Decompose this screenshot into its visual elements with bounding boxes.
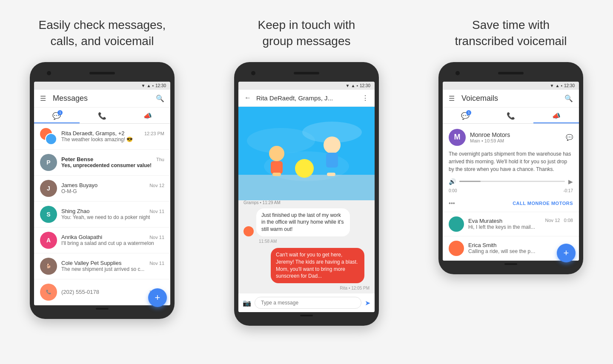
message-top-3: Shing Zhao Nov 11 [61,208,164,214]
svg-rect-4 [238,175,375,200]
voicemail-sender-info: Monroe Motors Main • 10:59 AM [470,131,561,143]
message-name-6: (202) 555-0178 [61,289,99,295]
tab-voicemail-msgs[interactable]: 📣 [125,108,170,123]
message-preview-4: I'll bring a salad and cut up a watermel… [61,240,164,246]
chat-image-caption: Gramps • 11:29 AM [238,200,375,207]
message-item-3[interactable]: S Shing Zhao Nov 11 You: Yeah, we need t… [34,202,170,228]
tabs-messages: 💬 1 📞 📣 [34,108,170,124]
send-icon[interactable]: ➤ [365,299,370,307]
pool-svg [238,107,375,200]
status-icons-v: ▼ ▲ ▪ [550,83,562,88]
incoming-bubble: Just finished up the last of my work in … [256,208,350,236]
phone-screen-voicemail: ▼ ▲ ▪ 12:30 ☰ Voicemails 🔍 💬 1 [443,82,579,261]
audio-times: 0:00 -0:17 [449,188,573,193]
speaker-icon[interactable]: 🔊 [449,178,456,185]
message-item-1[interactable]: P Peter Bense Thu Yes, unprecedented con… [34,150,170,176]
search-icon-messages[interactable]: 🔍 [156,94,164,102]
message-top-5: Cole Valley Pet Supplies Nov 11 [61,260,164,266]
chat-header: ← Rita DeRaedt, Gramps, J... ⋮ [238,90,375,107]
phone-camera-group [251,71,255,75]
audio-track-fill [459,181,481,182]
fab-messages[interactable]: + [148,288,167,307]
phone-group: ▼ ▲ ▪ 12:30 ← Rita DeRaedt, Gramps, J...… [234,62,379,326]
message-name-4: Anrika Golapathi [61,234,102,240]
more-icon[interactable]: ⋮ [362,94,369,102]
message-item-0[interactable]: Rita Deraedt, Gramps, +2 12:23 PM The we… [34,124,170,150]
voicemail-main-item: M Monroe Motors Main • 10:59 AM 💬 The ov… [443,124,579,212]
menu-icon-v[interactable]: ☰ [449,94,455,102]
calls-tab-icon-v: 📞 [507,112,515,120]
tab-calls[interactable]: 📞 [80,108,125,123]
message-item-5[interactable]: 🐕 Cole Valley Pet Supplies Nov 11 The ne… [34,253,170,279]
avatar-5: 🐕 [40,258,57,275]
message-item-4[interactable]: A Anrika Golapathi Nov 11 I'll bring a s… [34,228,170,253]
panel-group-messages: Keep in touch with group messages ▼ ▲ ▪ … [204,0,409,326]
voicemail-header: M Monroe Motors Main • 10:59 AM 💬 [449,129,573,146]
voicemail-avatar: M [449,129,466,146]
tab-voicemail-v[interactable]: 📣 [533,108,579,123]
battery-icon: ▪ [152,83,154,88]
message-top-4: Anrika Golapathi Nov 11 [61,234,164,240]
voicemail-sender-sub: Main • 10:59 AM [470,138,561,143]
message-preview-2: O-M-G [61,188,164,194]
message-name-5: Cole Valley Pet Supplies [61,260,121,266]
voicemail-transcript: The overnight parts shipment from the wa… [449,150,573,173]
search-icon-voicemail[interactable]: 🔍 [564,94,573,102]
message-item-2[interactable]: J James Buyayo Nov 12 O-M-G [34,176,170,202]
phone-speaker-group [294,72,319,74]
play-icon[interactable]: ▶ [568,178,573,185]
audio-track[interactable] [459,181,565,182]
svg-rect-10 [272,173,281,176]
more-options-icon[interactable]: ••• [449,200,455,207]
chat-badge-v: 1 [466,110,471,115]
phone-camera-voicemail [455,71,460,75]
app-header-voicemail: ☰ Voicemails 🔍 [443,90,579,108]
voicemail-tab-icon-v: 📣 [552,112,561,120]
message-preview-5: The new shipment just arrived so c... [61,266,164,272]
message-name-3: Shing Zhao [61,208,90,214]
fab-voicemail[interactable]: + [557,244,576,262]
message-content-5: Cole Valley Pet Supplies Nov 11 The new … [61,260,164,272]
chat-input-field[interactable] [255,297,361,309]
message-time-4: Nov 11 [149,235,164,240]
outgoing-time: Rita • 12:05 PM [238,285,375,293]
message-content-3: Shing Zhao Nov 11 You: Yeah, we need to … [61,208,164,220]
phone-messages: ▼ ▲ ▪ 12:30 ☰ Messages 🔍 💬 1 [30,62,175,319]
message-time-2: Nov 12 [149,183,164,188]
svg-point-5 [269,146,284,161]
voicemail-main-content: M Monroe Motors Main • 10:59 AM 💬 The ov… [443,124,579,212]
tab-calls-v[interactable]: 📞 [488,108,534,123]
message-name-2: James Buyayo [61,182,97,188]
phone-home-button-voicemail[interactable] [504,263,517,265]
message-preview-0: The weather looks amazing! 😎 [61,136,164,142]
voicemail-actions: ••• CALL MONROE MOTORS [449,197,573,207]
wifi-icon-g: ▲ [351,83,355,88]
avatar-double-0 [40,128,57,145]
svg-point-8 [324,136,341,154]
menu-icon[interactable]: ☰ [40,94,46,102]
phone-home-button-group[interactable] [300,315,313,316]
signal-icon: ▼ [141,83,146,88]
audio-player: 🔊 ▶ [449,178,573,185]
call-button[interactable]: CALL MONROE MOTORS [513,201,573,206]
tab-chat[interactable]: 💬 1 [34,108,80,123]
message-content-2: James Buyayo Nov 12 O-M-G [61,182,164,194]
back-icon[interactable]: ← [244,94,251,102]
incoming-bubble-row: Just finished up the last of my work in … [238,207,375,238]
message-top-2: James Buyayo Nov 12 [61,182,164,188]
audio-current-time: 0:00 [449,188,457,193]
status-icons-group: ▼ ▲ ▪ [346,83,358,88]
camera-icon[interactable]: 📷 [243,299,251,307]
vm-list-item-0[interactable]: Eva Muratesh Nov 12 0:08 Hi, I left the … [443,212,579,236]
vm-duration-0: 0:08 [564,218,573,223]
tab-chat-v[interactable]: 💬 1 [443,108,488,123]
svg-rect-9 [326,153,338,168]
tabs-voicemail: 💬 1 📞 📣 [443,108,579,124]
phone-home-button[interactable] [96,308,109,310]
message-top-1: Peter Bense Thu [61,156,164,162]
voicemail-sender-name: Monroe Motors [470,131,561,138]
phone-speaker [89,72,115,74]
audio-duration: -0:17 [563,188,573,193]
app-title-voicemail: Voicemails [461,94,498,103]
panel-voicemail: Save time with transcribed voicemail ▼ ▲… [409,0,613,274]
